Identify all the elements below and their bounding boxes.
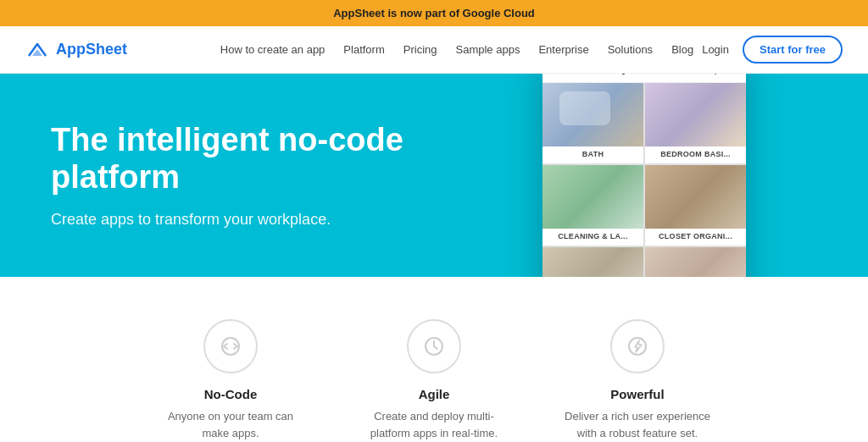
nav-links: How to create an app Platform Pricing Sa… — [220, 43, 693, 56]
category-cleaning[interactable]: CLEANING & LA... — [542, 165, 643, 246]
nav-link-solutions[interactable]: Solutions — [608, 43, 653, 56]
agile-icon-wrap — [407, 319, 461, 373]
powerful-icon — [624, 333, 651, 360]
hero-text-area: The intelligent no-code platform Create … — [0, 74, 509, 277]
powerful-title: Powerful — [610, 387, 664, 401]
bath-label: BATH — [577, 146, 609, 163]
phone-area: ☰ Inventory 🔍 ↻ BATH BEDROOM BASI... — [509, 74, 763, 277]
kitchen-image — [645, 247, 746, 277]
phone-top-bar: ☰ Inventory 🔍 ↻ — [542, 74, 746, 83]
logo[interactable]: AppSheet — [25, 41, 127, 59]
phone-action-icons: 🔍 ↻ — [703, 74, 736, 75]
banner-text: AppSheet is now part of Google Cloud — [333, 7, 535, 19]
no-code-icon-wrap — [203, 319, 258, 373]
phone-mockup: ☰ Inventory 🔍 ↻ BATH BEDROOM BASI... — [542, 74, 746, 277]
agile-icon — [420, 333, 448, 360]
phone-title: Inventory — [571, 74, 696, 75]
nav-link-enterprise[interactable]: Enterprise — [538, 43, 588, 56]
agile-title: Agile — [419, 387, 450, 401]
feature-powerful: Powerful Deliver a rich user experience … — [561, 319, 714, 441]
phone-menu-icon: ☰ — [553, 74, 565, 75]
bath-image — [542, 83, 643, 146]
no-code-desc: Anyone on your team can make apps. — [154, 408, 307, 441]
hero-section: The intelligent no-code platform Create … — [0, 74, 868, 277]
navbar: AppSheet How to create an app Platform P… — [0, 26, 868, 74]
hero-title: The intelligent no-code platform — [51, 122, 475, 196]
nav-link-blog[interactable]: Blog — [671, 43, 693, 56]
features-section: No-Code Anyone on your team can make app… — [0, 277, 868, 442]
agile-desc: Create and deploy multi-platform apps in… — [358, 408, 510, 441]
logo-text: AppSheet — [56, 41, 127, 58]
start-free-button[interactable]: Start for free — [743, 36, 843, 64]
phone-refresh-icon[interactable]: ↻ — [726, 74, 736, 75]
category-floor[interactable]: FLOOR... — [542, 247, 643, 277]
powerful-icon-wrap — [610, 319, 665, 373]
bedroom-image — [645, 83, 746, 146]
category-bath[interactable]: BATH — [542, 83, 643, 163]
top-banner: AppSheet is now part of Google Cloud — [0, 0, 868, 26]
feature-agile: Agile Create and deploy multi-platform a… — [358, 319, 510, 441]
closet-image — [645, 165, 746, 229]
phone-category-grid: BATH BEDROOM BASI... CLEANING & LA... CL… — [542, 83, 746, 277]
category-bedroom[interactable]: BEDROOM BASI... — [645, 83, 746, 163]
phone-search-icon[interactable]: 🔍 — [703, 74, 717, 75]
nav-link-how-to[interactable]: How to create an app — [220, 43, 326, 56]
nav-link-sample-apps[interactable]: Sample apps — [456, 43, 520, 56]
logo-icon — [25, 41, 49, 59]
bedroom-label: BEDROOM BASI... — [655, 146, 736, 163]
cleaning-image — [542, 165, 643, 229]
floor-image — [542, 247, 643, 277]
nav-link-pricing[interactable]: Pricing — [403, 43, 437, 56]
closet-label: CLOSET ORGANI... — [654, 229, 737, 246]
no-code-icon — [217, 333, 244, 360]
category-kitchen[interactable]: KITCHEN... — [645, 247, 746, 277]
nav-link-platform[interactable]: Platform — [343, 43, 384, 56]
login-link[interactable]: Login — [702, 43, 729, 56]
no-code-title: No-Code — [204, 387, 258, 401]
cleaning-label: CLEANING & LA... — [553, 229, 632, 246]
category-closet[interactable]: CLOSET ORGANI... — [645, 165, 746, 246]
feature-no-code: No-Code Anyone on your team can make app… — [154, 319, 307, 441]
powerful-desc: Deliver a rich user experience with a ro… — [561, 408, 714, 441]
svg-point-2 — [629, 338, 646, 355]
hero-subtitle: Create apps to transform your workplace. — [51, 211, 475, 229]
